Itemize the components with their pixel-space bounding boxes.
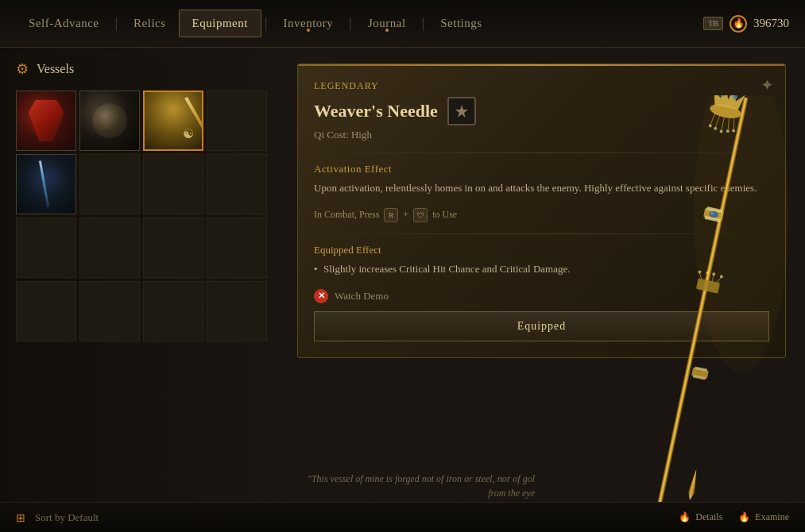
grid-cell-7[interactable]: [143, 154, 203, 214]
grid-cell-1[interactable]: [16, 91, 76, 151]
equipped-button[interactable]: Equipped: [314, 311, 769, 341]
vessels-label: Vessels: [37, 62, 74, 76]
currency-value: 396730: [753, 17, 789, 30]
nav-equipment-wrapper: Equipment: [179, 10, 261, 37]
details-button[interactable]: 🔥 Details: [679, 511, 722, 523]
grid-cell-10[interactable]: [79, 218, 140, 278]
inventory-dot: [307, 29, 310, 32]
corner-symbol: ✦: [760, 75, 774, 94]
grid-cell-8[interactable]: [207, 154, 267, 214]
nav-divider-4: |: [422, 15, 425, 32]
combo-suffix: to Use: [432, 209, 457, 221]
examine-label: Examine: [755, 511, 789, 523]
grid-cell-15[interactable]: [143, 281, 203, 341]
center-panel: ✦ Legendary Weaver's Needle Qi Cost: Hig…: [278, 48, 805, 532]
nav-self-advance-wrapper: Self-Advance: [16, 10, 111, 37]
item-name: Weaver's Needle: [314, 101, 438, 121]
x-button-icon: ✕: [314, 289, 328, 303]
grid-cell-2[interactable]: [79, 91, 140, 151]
grid-cell-14[interactable]: [79, 281, 140, 341]
item-type-icon: [447, 97, 476, 125]
item-thumb-needle: ☯: [145, 92, 202, 149]
examine-button[interactable]: 🔥 Examine: [738, 511, 789, 523]
nav-self-advance[interactable]: Self-Advance: [16, 10, 111, 37]
needle-symbol: ☯: [183, 126, 194, 141]
vessels-icon: ⚙: [16, 60, 29, 78]
currency-area: TB 🔥 396730: [703, 15, 789, 33]
vessels-header: ⚙ Vessels: [16, 60, 262, 78]
combo-instruction: In Combat, Press R + 🛡 to Use: [314, 208, 769, 222]
quote-area: "This vessel of mine is forged not of ir…: [278, 472, 805, 500]
equipped-effect-header: Equipped Effect: [314, 244, 769, 256]
sort-label: Sort by Default: [35, 511, 99, 524]
grid-cell-13[interactable]: [16, 281, 76, 341]
rarity-badge: Legendary: [314, 80, 769, 92]
nav-inventory-wrapper: Inventory: [271, 10, 346, 37]
grid-cell-16[interactable]: [207, 281, 267, 341]
effect-bullet: Slightly increases Critical Hit Chance a…: [314, 261, 769, 278]
grid-cell-5[interactable]: [16, 154, 76, 214]
item-thumb-ball: [80, 91, 139, 150]
plus-sign: +: [403, 209, 408, 221]
nav-divider-1: |: [114, 15, 118, 32]
item-thumb-blue: [17, 155, 75, 214]
grid-cell-6[interactable]: [79, 154, 140, 214]
nav-equipment[interactable]: Equipment: [179, 10, 261, 37]
sort-button[interactable]: ⊞ Sort by Default: [16, 511, 99, 524]
grid-cell-11[interactable]: [143, 218, 203, 278]
combo-prefix: In Combat, Press: [314, 209, 379, 221]
nav-settings[interactable]: Settings: [428, 10, 494, 37]
details-icon: 🔥: [679, 511, 691, 523]
watch-demo-row: ✕ Watch Demo: [314, 289, 769, 303]
qi-cost: Qi Cost: High: [314, 129, 769, 141]
sort-icon: ⊞: [16, 511, 29, 524]
nav-settings-wrapper: Settings: [428, 10, 494, 37]
nav-journal[interactable]: Journal: [355, 10, 419, 37]
divider-2: [314, 233, 769, 234]
activation-header: Activation Effect: [314, 163, 769, 175]
item-thumb-red: [17, 91, 75, 150]
nav-divider-2: |: [265, 15, 268, 32]
nav-divider-3: |: [349, 15, 352, 32]
item-grid: ☯: [16, 91, 262, 341]
nav-relics-wrapper: Relics: [121, 10, 179, 37]
main-content: ⚙ Vessels ☯: [0, 48, 805, 532]
quote-line-2: from the eye: [278, 486, 535, 500]
grid-cell-3[interactable]: ☯: [143, 91, 203, 151]
currency-icon: 🔥: [730, 15, 747, 33]
top-navigation: Self-Advance | Relics Equipment | Invent…: [0, 0, 805, 48]
qi-cost-label: Qi Cost:: [314, 129, 349, 141]
nav-relics[interactable]: Relics: [121, 10, 179, 37]
grid-cell-4[interactable]: [207, 91, 267, 151]
grid-cell-9[interactable]: [16, 218, 76, 278]
grid-cell-12[interactable]: [207, 218, 267, 278]
btn-icon-r: R: [384, 208, 398, 222]
activation-text: Upon activation, relentlessly homes in o…: [314, 180, 769, 197]
left-panel: ⚙ Vessels ☯: [0, 48, 278, 532]
quote-line-1: "This vessel of mine is forged not of ir…: [278, 472, 535, 486]
nav-journal-wrapper: Journal: [355, 10, 419, 37]
nav-inventory[interactable]: Inventory: [271, 10, 346, 37]
btn-icon-shield: 🛡: [413, 208, 428, 222]
bottom-bar: ⊞ Sort by Default 🔥 Details 🔥 Examine: [0, 502, 805, 532]
journal-dot: [385, 29, 389, 32]
item-title-row: Weaver's Needle: [314, 97, 769, 125]
examine-icon: 🔥: [738, 511, 750, 523]
tb-badge: TB: [703, 17, 723, 30]
details-label: Details: [695, 511, 722, 523]
item-detail-card: ✦ Legendary Weaver's Needle Qi Cost: Hig…: [297, 64, 786, 358]
qi-cost-value: High: [351, 129, 372, 141]
bottom-right-buttons: 🔥 Details 🔥 Examine: [679, 511, 789, 523]
watch-demo-label[interactable]: Watch Demo: [335, 290, 389, 303]
divider-1: [314, 152, 769, 153]
